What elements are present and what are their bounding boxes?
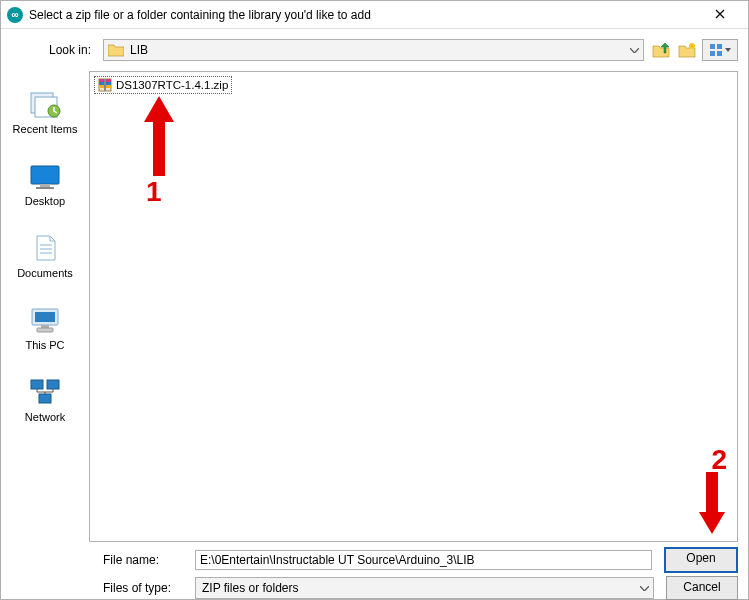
filetype-dropdown-arrow[interactable]: [635, 578, 653, 598]
file-dialog-window: Select a zip file or a folder containing…: [0, 0, 749, 600]
file-list[interactable]: DS1307RTC-1.4.1.zip 1 2: [89, 71, 738, 542]
close-icon: [715, 9, 725, 19]
lookin-folder-text: LIB: [130, 43, 625, 57]
filename-input[interactable]: [195, 550, 652, 570]
open-button[interactable]: Open: [664, 547, 738, 573]
svg-rect-12: [35, 312, 55, 322]
place-network-label: Network: [25, 411, 65, 423]
titlebar: Select a zip file or a folder containing…: [1, 1, 748, 29]
annotation-number-1: 1: [146, 176, 162, 208]
place-documents[interactable]: Documents: [1, 225, 89, 297]
filename-label: File name:: [103, 553, 187, 567]
annotation-number-2: 2: [711, 444, 727, 476]
lookin-dropdown-arrow[interactable]: [625, 40, 643, 60]
bottom-panel: File name: Open Files of type: ZIP files…: [1, 544, 748, 600]
filetype-row: Files of type: ZIP files or folders Canc…: [11, 574, 738, 600]
place-recent-label: Recent Items: [13, 123, 78, 135]
svg-rect-16: [47, 380, 59, 389]
annotation-arrow-1: [144, 96, 174, 176]
file-item-zip[interactable]: DS1307RTC-1.4.1.zip: [94, 76, 232, 94]
svg-rect-9: [40, 184, 50, 187]
new-folder-icon: [678, 42, 696, 58]
chevron-down-icon: [630, 48, 639, 53]
filetype-label: Files of type:: [103, 581, 187, 595]
lookin-row: Look in: LIB: [1, 29, 748, 69]
place-desktop-label: Desktop: [25, 195, 65, 207]
svg-rect-10: [36, 187, 54, 189]
chevron-down-icon: [725, 48, 731, 52]
svg-rect-22: [104, 79, 106, 91]
chevron-down-icon: [640, 586, 649, 591]
svg-rect-14: [37, 328, 53, 332]
window-title: Select a zip file or a folder containing…: [29, 8, 698, 22]
filename-row: File name: Open: [11, 546, 738, 574]
filetype-select[interactable]: ZIP files or folders: [195, 577, 654, 599]
svg-rect-1: [710, 44, 715, 49]
filetype-value: ZIP files or folders: [196, 581, 635, 595]
documents-icon: [28, 233, 62, 263]
lookin-select[interactable]: LIB: [103, 39, 644, 61]
place-network[interactable]: Network: [1, 369, 89, 441]
up-folder-icon: [652, 42, 670, 58]
annotation-arrow-2: [699, 472, 725, 534]
place-desktop[interactable]: Desktop: [1, 153, 89, 225]
cancel-button[interactable]: Cancel: [666, 576, 738, 600]
desktop-icon: [28, 161, 62, 191]
lookin-label: Look in:: [11, 43, 97, 57]
place-documents-label: Documents: [17, 267, 73, 279]
up-folder-button[interactable]: [650, 40, 672, 60]
close-button[interactable]: [698, 0, 742, 28]
svg-rect-15: [31, 380, 43, 389]
place-recent-items[interactable]: Recent Items: [1, 81, 89, 153]
place-this-pc-label: This PC: [25, 339, 64, 351]
list-view-icon: [710, 44, 724, 56]
toolbar-icons: [650, 39, 738, 61]
svg-rect-8: [31, 166, 59, 184]
zip-archive-icon: [98, 78, 112, 92]
arduino-icon: [7, 7, 23, 23]
file-name: DS1307RTC-1.4.1.zip: [116, 79, 228, 91]
new-folder-button[interactable]: [676, 40, 698, 60]
this-pc-icon: [28, 305, 62, 335]
place-this-pc[interactable]: This PC: [1, 297, 89, 369]
view-menu-button[interactable]: [702, 39, 738, 61]
places-bar: Recent Items Desktop Documents: [1, 69, 89, 544]
recent-items-icon: [28, 89, 62, 119]
svg-rect-4: [717, 51, 722, 56]
svg-rect-2: [717, 44, 722, 49]
dialog-body: Recent Items Desktop Documents: [1, 69, 748, 544]
folder-icon: [108, 43, 124, 57]
svg-rect-17: [39, 394, 51, 403]
svg-rect-3: [710, 51, 715, 56]
network-icon: [28, 377, 62, 407]
